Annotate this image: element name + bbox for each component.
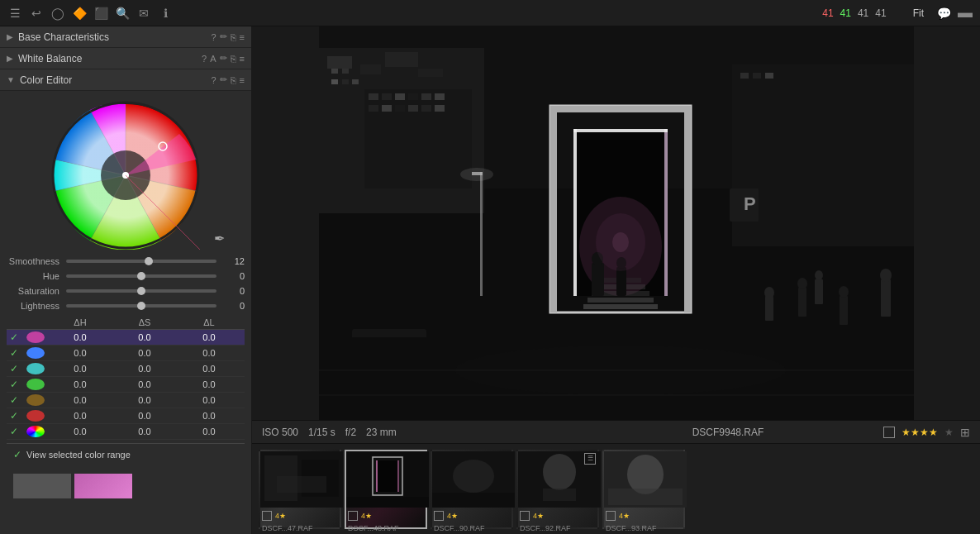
histogram-g: 41	[840, 7, 851, 19]
svg-rect-30	[408, 93, 418, 100]
eyedropper-icon[interactable]: ✒	[214, 231, 225, 246]
color-row-green[interactable]: ✓ 0.0 0.0 0.0	[7, 377, 245, 393]
saturation-thumb[interactable]	[137, 287, 145, 295]
filmstrip-thumb-90[interactable]: 4★ DSCF...90.RAF	[431, 450, 513, 529]
smoothness-thumb[interactable]	[145, 257, 153, 265]
help-icon[interactable]: ?	[211, 32, 216, 42]
row-check-magenta[interactable]: ✓	[10, 331, 26, 343]
color-row-red[interactable]: ✓ 0.0 0.0 0.0	[7, 408, 245, 424]
svg-rect-93	[376, 460, 378, 492]
lightness-label: Lightness	[7, 301, 66, 311]
white-balance-header[interactable]: ▶ White Balance ? A ✏ ⎘ ≡	[0, 48, 251, 69]
color-row-blue[interactable]: ✓ 0.0 0.0 0.0	[7, 346, 245, 361]
wb-auto-icon[interactable]: A	[210, 54, 216, 64]
row-check-cyan[interactable]: ✓	[10, 363, 26, 374]
svg-rect-101	[543, 489, 576, 501]
white-balance-chevron: ▶	[7, 54, 13, 63]
svg-text:P: P	[744, 193, 756, 214]
color-editor-chevron: ▼	[7, 75, 15, 84]
menu-icon[interactable]: ☰	[7, 5, 23, 21]
exif-info: ISO 500 1/15 s f/2 23 mm	[262, 427, 573, 438]
svg-rect-62	[798, 288, 806, 317]
color-wheel-container[interactable]: ✒	[7, 101, 245, 250]
menu-dots-icon[interactable]: ≡	[240, 32, 245, 42]
main-toolbar: ☰ ↩ ◯ 🔶 ⬛ 🔍 ✉ ℹ 41 41 41 41 Fit 💬 ▬	[0, 0, 980, 26]
row-check-blue[interactable]: ✓	[10, 347, 26, 359]
saturation-value: 0	[221, 286, 245, 296]
stars-display[interactable]: ★★★★	[902, 427, 938, 438]
thumb-label-row-92: 4★	[518, 510, 597, 522]
color-row-magenta[interactable]: ✓ 0.0 0.0 0.0	[7, 330, 245, 346]
logo-icon: 🔶	[71, 5, 88, 21]
base-characteristics-title: Base Characteristics	[18, 31, 211, 43]
ce-help-icon[interactable]: ?	[211, 75, 216, 85]
color-row-all[interactable]: ✓ 0.0 0.0 0.0	[7, 424, 245, 440]
wb-menu-icon[interactable]: ≡	[240, 54, 245, 64]
ce-copy-icon[interactable]: ⎘	[231, 75, 236, 85]
filmstrip-thumb-48[interactable]: 4★ DSCF...48.RAF	[345, 450, 427, 529]
lightness-track[interactable]	[66, 304, 216, 308]
svg-rect-32	[435, 93, 445, 100]
info-icon[interactable]: ℹ	[157, 5, 174, 21]
view-selected-check[interactable]: ✓	[13, 449, 21, 460]
hue-value: 0	[221, 271, 245, 281]
filmstrip-thumb-93[interactable]: 4★ DSCF...93.RAF	[602, 450, 685, 529]
thumb-check-47[interactable]	[262, 511, 272, 521]
color-editor-header[interactable]: ▼ Color Editor ? ✏ ⎘ ≡	[0, 69, 251, 91]
svg-rect-98	[432, 493, 515, 508]
svg-point-103	[627, 455, 664, 494]
hue-thumb[interactable]	[137, 272, 145, 280]
swatch-magenta	[26, 331, 45, 343]
main-content: ▶ Base Characteristics ? ✏ ⎘ ≡ ▶ White B…	[0, 26, 980, 534]
thumb-stars-92: 4★	[533, 512, 544, 520]
row-check-brown[interactable]: ✓	[10, 394, 26, 406]
color-row-cyan[interactable]: ✓ 0.0 0.0 0.0	[7, 361, 245, 377]
svg-point-61	[764, 287, 774, 298]
row-ds-all: 0.0	[112, 427, 177, 436]
row-check-green[interactable]: ✓	[10, 379, 26, 390]
import-icon[interactable]: ⬛	[93, 5, 109, 21]
base-characteristics-header[interactable]: ▶ Base Characteristics ? ✏ ⎘ ≡	[0, 26, 251, 48]
undo-icon[interactable]: ↩	[28, 5, 45, 21]
smoothness-track[interactable]	[66, 260, 216, 263]
svg-rect-46	[550, 106, 691, 112]
ce-menu-icon[interactable]: ≡	[240, 75, 245, 85]
ce-edit-icon[interactable]: ✏	[220, 74, 227, 85]
edit-icon[interactable]: ✏	[220, 31, 227, 42]
saturation-slider-row: Saturation 0	[7, 286, 245, 296]
svg-rect-36	[408, 105, 418, 112]
filmstrip-thumb-92[interactable]: ☰ 4★ DSCF...92.RAF	[516, 450, 599, 529]
copy-icon[interactable]: ⎘	[231, 32, 236, 42]
lightness-value: 0	[221, 301, 245, 311]
color-wheel[interactable]	[51, 101, 200, 250]
swatch-brown	[26, 394, 45, 406]
search-icon[interactable]: 🔍	[114, 5, 131, 21]
row-check-all[interactable]: ✓	[10, 426, 26, 437]
wb-edit-icon[interactable]: ✏	[220, 53, 227, 64]
view-selected-row[interactable]: ✓ View selected color range	[7, 443, 245, 465]
hue-track[interactable]	[66, 274, 216, 278]
grid-icon[interactable]: ⊞	[960, 426, 970, 439]
filmstrip-thumb-47[interactable]: 4★ DSCF...47.RAF	[259, 450, 341, 529]
rating-checkbox[interactable]	[883, 427, 895, 438]
speech-bubble-icon[interactable]: 💬	[935, 5, 952, 21]
mail-icon[interactable]: ✉	[136, 5, 152, 21]
circle-icon[interactable]: ◯	[50, 5, 66, 21]
color-row-brown[interactable]: ✓ 0.0 0.0 0.0	[7, 393, 245, 408]
saturation-track[interactable]	[66, 289, 216, 293]
thumb-check-92[interactable]	[520, 511, 530, 521]
wb-help-icon[interactable]: ?	[202, 54, 207, 64]
wb-copy-icon[interactable]: ⎘	[231, 54, 236, 64]
svg-point-82	[880, 269, 892, 282]
row-check-red[interactable]: ✓	[10, 410, 26, 422]
aperture-value: f/2	[345, 427, 356, 438]
filmstrip: 4★ DSCF...47.RAF	[252, 443, 980, 534]
thumb-check-48[interactable]	[348, 511, 358, 521]
focal-value: 23 mm	[366, 427, 397, 438]
thumb-check-90[interactable]	[434, 511, 444, 521]
zoom-fit-label[interactable]: Fit	[913, 7, 924, 19]
svg-rect-19	[385, 52, 418, 67]
thumb-check-93[interactable]	[606, 511, 616, 521]
row-dh-red: 0.0	[48, 411, 112, 421]
lightness-thumb[interactable]	[137, 302, 145, 310]
